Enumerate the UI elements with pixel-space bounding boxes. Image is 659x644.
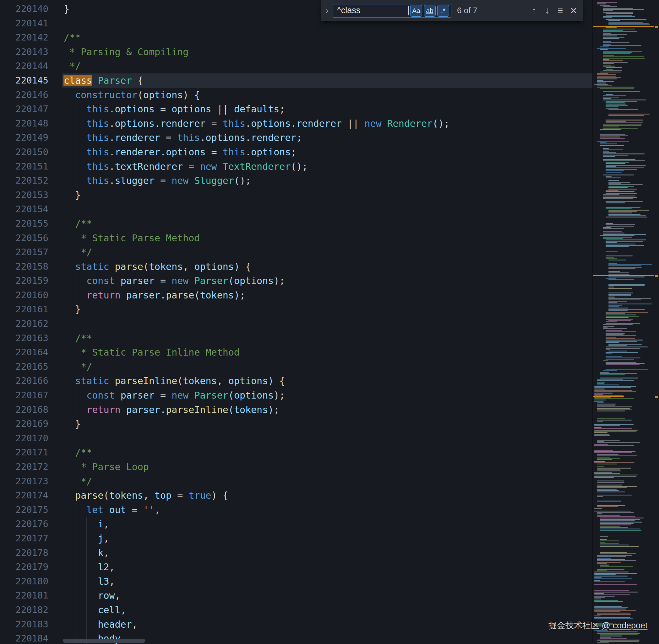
line-number[interactable]: 220174	[0, 488, 48, 503]
toggle-replace-button[interactable]: ›	[321, 0, 333, 21]
code-line[interactable]: 220160 return parser.parse(tokens);	[0, 288, 592, 302]
line-number[interactable]: 220152	[0, 174, 48, 188]
line-number[interactable]: 220158	[0, 259, 48, 274]
line-number[interactable]: 220170	[0, 431, 48, 446]
code-line[interactable]: 220158 static parse(tokens, options) {	[0, 259, 592, 274]
line-number[interactable]: 220177	[0, 531, 48, 546]
code-line[interactable]: 220169 }	[0, 417, 592, 431]
code-line[interactable]: 220146 constructor(options) {	[0, 88, 592, 102]
line-number[interactable]: 220142	[0, 30, 48, 45]
code-line[interactable]: 220168 return parser.parseInline(tokens)…	[0, 402, 592, 417]
code-line[interactable]: 220182 cell,	[0, 603, 592, 617]
line-number[interactable]: 220172	[0, 460, 48, 474]
code-line[interactable]: 220170	[0, 431, 592, 446]
code-line[interactable]: 220181 row,	[0, 589, 592, 603]
code-line[interactable]: 220161 }	[0, 302, 592, 317]
code-line[interactable]: 220176 i,	[0, 517, 592, 531]
code-line[interactable]: 220145class Parser {	[0, 73, 592, 88]
line-number[interactable]: 220175	[0, 503, 48, 517]
line-number[interactable]: 220178	[0, 546, 48, 560]
minimap[interactable]	[592, 0, 655, 644]
line-number[interactable]: 220161	[0, 302, 48, 317]
code-line[interactable]: 220156 * Static Parse Method	[0, 231, 592, 246]
line-number[interactable]: 220147	[0, 102, 48, 116]
line-number[interactable]: 220143	[0, 45, 48, 59]
line-number[interactable]: 220179	[0, 560, 48, 574]
line-number[interactable]: 220149	[0, 131, 48, 145]
line-number[interactable]: 220155	[0, 216, 48, 231]
line-number[interactable]: 220169	[0, 417, 48, 431]
line-number[interactable]: 220157	[0, 245, 48, 259]
code-line[interactable]: 220152 this.slugger = new Slugger();	[0, 174, 592, 188]
code-line[interactable]: 220142/**	[0, 30, 592, 45]
line-number[interactable]: 220166	[0, 374, 48, 388]
line-number[interactable]: 220168	[0, 402, 48, 417]
line-number[interactable]: 220165	[0, 360, 48, 374]
code-line[interactable]: 220178 k,	[0, 546, 592, 560]
code-line[interactable]: 220179 l2,	[0, 560, 592, 574]
line-number[interactable]: 220144	[0, 59, 48, 73]
line-number[interactable]: 220180	[0, 574, 48, 589]
code-line[interactable]: 220174 parse(tokens, top = true) {	[0, 488, 592, 503]
code-line[interactable]: 220167 const parser = new Parser(options…	[0, 388, 592, 402]
line-number[interactable]: 220159	[0, 274, 48, 288]
line-number[interactable]: 220150	[0, 145, 48, 159]
code-line[interactable]: 220163 /**	[0, 331, 592, 346]
code-line[interactable]: 220150 this.renderer.options = this.opti…	[0, 145, 592, 159]
code-line[interactable]: 220172 * Parse Loop	[0, 460, 592, 474]
code-line[interactable]: 220162	[0, 317, 592, 331]
line-number[interactable]: 220181	[0, 589, 48, 603]
close-find-button[interactable]: ✕	[567, 4, 580, 17]
find-in-selection-button[interactable]: ≡	[554, 4, 567, 17]
code-line[interactable]: 220157 */	[0, 245, 592, 259]
code-line[interactable]: 220149 this.renderer = this.options.rend…	[0, 131, 592, 145]
next-match-button[interactable]: ↓	[541, 4, 554, 17]
code-line[interactable]: 220144 */	[0, 59, 592, 73]
code-line[interactable]: 220159 const parser = new Parser(options…	[0, 274, 592, 288]
line-number[interactable]: 220160	[0, 288, 48, 302]
line-number[interactable]: 220146	[0, 88, 48, 102]
line-number[interactable]: 220154	[0, 202, 48, 216]
regex-toggle[interactable]: .*	[437, 5, 449, 17]
code-line[interactable]: 220143 * Parsing & Compiling	[0, 45, 592, 59]
code-line[interactable]: 220151 this.textRenderer = new TextRende…	[0, 159, 592, 174]
line-number[interactable]: 220171	[0, 445, 48, 460]
code-line[interactable]: 220171 /**	[0, 445, 592, 460]
line-number[interactable]: 220148	[0, 116, 48, 131]
line-number[interactable]: 220184	[0, 631, 48, 644]
line-number[interactable]: 220173	[0, 474, 48, 489]
code-line[interactable]: 220166 static parseInline(tokens, option…	[0, 374, 592, 388]
code-line[interactable]: 220153 }	[0, 188, 592, 202]
code-line[interactable]: 220147 this.options = options || default…	[0, 102, 592, 116]
match-case-toggle[interactable]: Aa	[410, 5, 422, 17]
code-editor[interactable]: 220140}220141220142/**220143 * Parsing &…	[0, 2, 592, 644]
overview-ruler[interactable]	[654, 0, 659, 644]
line-number[interactable]: 220164	[0, 345, 48, 360]
previous-match-button[interactable]: ↑	[527, 4, 541, 17]
line-number[interactable]: 220162	[0, 317, 48, 331]
code-line[interactable]: 220164 * Static Parse Inline Method	[0, 345, 592, 360]
line-number[interactable]: 220140	[0, 2, 48, 16]
line-number[interactable]: 220151	[0, 159, 48, 174]
find-input[interactable]: ^class Aa ab .*	[333, 4, 452, 18]
code-line[interactable]: 220177 j,	[0, 531, 592, 546]
whole-word-toggle[interactable]: ab	[424, 5, 436, 17]
code-line[interactable]: 220175 let out = '',	[0, 503, 592, 517]
line-number[interactable]: 220141	[0, 16, 48, 31]
code-line[interactable]: 220154	[0, 202, 592, 216]
line-number[interactable]: 220163	[0, 331, 48, 346]
line-number[interactable]: 220176	[0, 517, 48, 531]
line-number[interactable]: 220145	[0, 73, 48, 88]
code-line[interactable]: 220173 */	[0, 474, 592, 489]
line-number[interactable]: 220182	[0, 603, 48, 617]
line-number[interactable]: 220153	[0, 188, 48, 202]
code-line[interactable]: 220165 */	[0, 360, 592, 374]
line-number[interactable]: 220167	[0, 388, 48, 402]
code-line[interactable]: 220148 this.options.renderer = this.opti…	[0, 116, 592, 131]
line-number[interactable]: 220156	[0, 231, 48, 246]
code-line[interactable]: 220180 l3,	[0, 574, 592, 589]
horizontal-scrollbar-thumb[interactable]	[63, 639, 145, 643]
line-number[interactable]: 220183	[0, 617, 48, 632]
code-line[interactable]: 220183 header,	[0, 617, 592, 632]
code-line[interactable]: 220155 /**	[0, 216, 592, 231]
